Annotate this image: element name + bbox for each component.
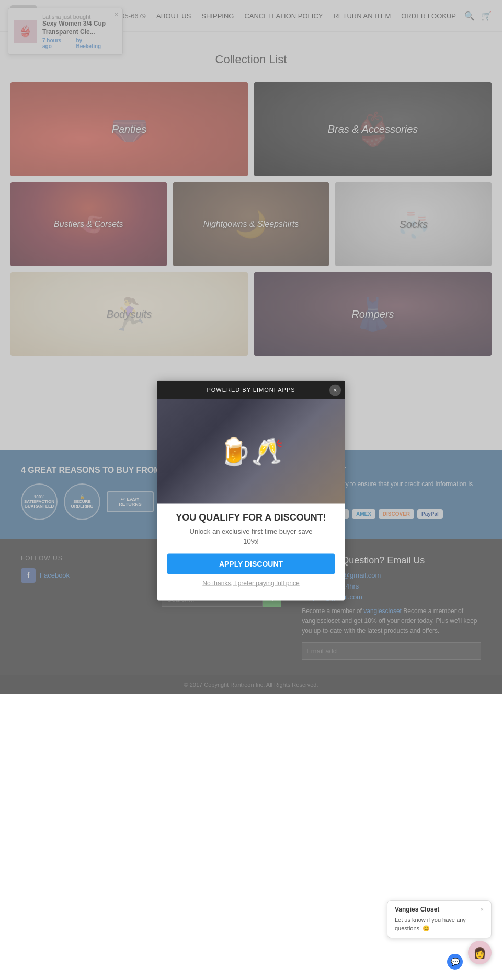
discount-decline-link[interactable]: No thanks, I prefer paying full price [167, 579, 335, 592]
discount-apply-button[interactable]: APPLY DISCOUNT [167, 553, 335, 574]
discount-percent: 10%! [167, 537, 335, 545]
discount-popup-image: 🍺🥂 [157, 399, 345, 503]
discount-popup-close-button[interactable]: × [329, 384, 341, 396]
discount-popup-powered: Powered By Limoni Apps [157, 380, 345, 399]
discount-title: YOU QUALIFY FOR A DISCOUNT! [167, 512, 335, 523]
discount-subtitle: Unlock an exclusive first time buyer sav… [167, 527, 335, 535]
discount-popup-body: YOU QUALIFY FOR A DISCOUNT! Unlock an ex… [157, 503, 345, 600]
discount-popup: Powered By Limoni Apps × 🍺🥂 YOU QUALIFY … [157, 380, 345, 600]
